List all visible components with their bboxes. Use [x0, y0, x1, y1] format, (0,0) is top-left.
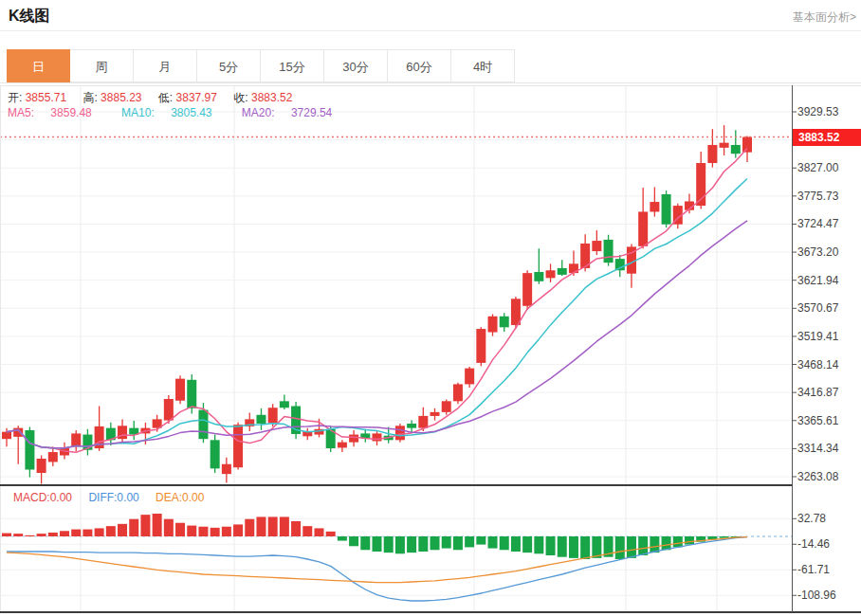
high-value: 3885.23 — [101, 91, 141, 104]
tab-5min[interactable]: 5分 — [197, 49, 261, 82]
price-axis-tick: 3519.41 — [797, 330, 838, 343]
macd-value: MACD:0.00 — [13, 491, 72, 504]
diff-value: DIFF:0.00 — [88, 491, 138, 504]
price-axis-tick: 3724.47 — [797, 217, 838, 230]
price-axis-tick: 3775.73 — [797, 190, 838, 203]
price-axis-tick: 3416.87 — [797, 386, 838, 399]
price-axis-tick: 3468.14 — [797, 358, 838, 371]
ma5-readout: MA5: 3859.48 — [8, 106, 105, 119]
tab-week[interactable]: 周 — [70, 49, 134, 82]
open-value: 3855.71 — [26, 91, 66, 104]
close-value: 3883.52 — [251, 91, 292, 104]
ma-readout: MA5: 3859.48 MA10: 3805.43 MA20: 3729.54 — [8, 106, 358, 119]
tab-day[interactable]: 日 — [7, 49, 70, 82]
low-label: 低: — [158, 91, 173, 104]
tab-60min[interactable]: 60分 — [388, 49, 451, 82]
price-axis-tick: 3673.20 — [797, 245, 838, 259]
page-header: K线图 基本面分析> — [0, 0, 861, 31]
ma10-readout: MA10: 3805.43 — [121, 106, 225, 119]
macd-axis-tick: -14.46 — [797, 537, 830, 551]
page-title: K线图 — [9, 7, 50, 27]
tab-4hour[interactable]: 4时 — [451, 49, 515, 82]
macd-readout: MACD:0.00 DIFF:0.00 DEA:0.00 — [13, 491, 217, 504]
price-axis-tick: 3263.08 — [797, 470, 838, 483]
price-axis-tick: 3929.53 — [797, 105, 838, 118]
kline-canvas[interactable] — [0, 85, 861, 616]
price-axis-tick: 3314.34 — [797, 442, 838, 455]
macd-axis-tick: -108.96 — [797, 589, 836, 602]
current-price-badge: 3883.52 — [793, 129, 861, 146]
macd-axis-tick: 32.78 — [797, 512, 826, 525]
macd-axis-tick: -61.71 — [797, 563, 830, 576]
fundamental-analysis-link[interactable]: 基本面分析> — [793, 9, 856, 26]
ohlc-readout: 开: 3855.71 高: 3885.23 低: 3837.97 收: 3883… — [8, 90, 305, 106]
tab-month[interactable]: 月 — [134, 49, 197, 82]
price-axis-tick: 3621.94 — [797, 274, 838, 287]
ma20-readout: MA20: 3729.54 — [242, 106, 345, 119]
tab-15min[interactable]: 15分 — [261, 49, 324, 82]
chart-panel: 开: 3855.71 高: 3885.23 低: 3837.97 收: 3883… — [0, 85, 861, 616]
price-axis-tick: 3570.67 — [797, 301, 838, 315]
price-axis-tick: 3365.61 — [797, 414, 838, 427]
close-label: 收: — [233, 91, 247, 104]
tab-strip: 日周月5分15分30分60分4时 — [0, 49, 861, 83]
price-axis-tick: 3827.00 — [797, 161, 838, 174]
tab-30min[interactable]: 30分 — [324, 49, 388, 82]
kline-page: K线图 基本面分析> 日周月5分15分30分60分4时 开: 3855.71 高… — [0, 0, 861, 616]
open-label: 开: — [8, 91, 22, 104]
low-value: 3837.97 — [176, 91, 217, 104]
high-label: 高: — [82, 91, 97, 104]
dea-value: DEA:0.00 — [156, 491, 204, 504]
